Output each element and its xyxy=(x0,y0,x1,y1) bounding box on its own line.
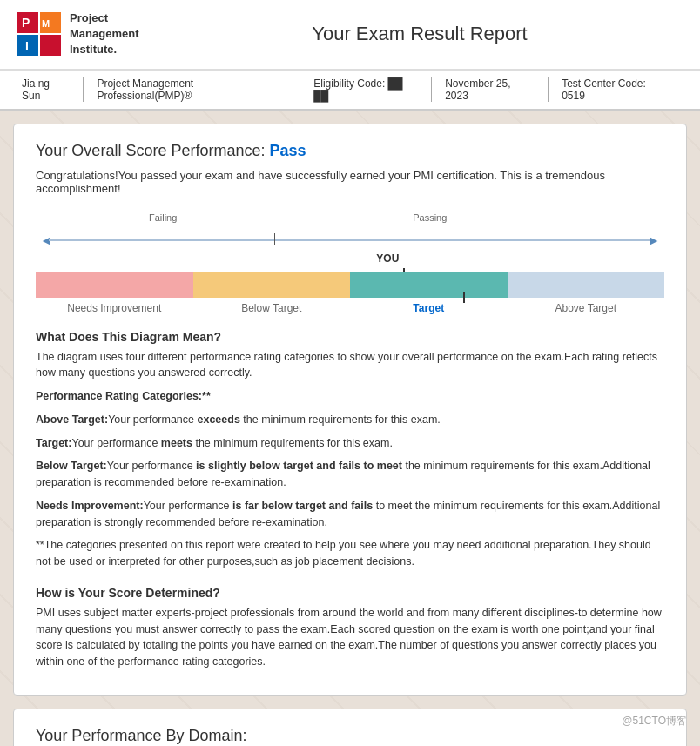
what-diagram-title: What Does This Diagram Mean? xyxy=(36,330,664,344)
needs-improvement-desc: Needs Improvement:Your performance is fa… xyxy=(36,498,664,531)
meta-exam: Project Management Professional(PMP)® xyxy=(84,77,300,102)
pass-result: Pass xyxy=(269,142,306,159)
you-marker-row: YOU xyxy=(36,252,664,272)
svg-rect-3 xyxy=(40,35,61,56)
meta-name: Jia ng Sun xyxy=(17,77,84,102)
performance-bar xyxy=(36,272,664,298)
what-diagram-text: The diagram uses four different performa… xyxy=(36,349,664,382)
meta-eligibility: Eligibility Code: ██ ██ xyxy=(300,77,432,102)
scale-container: Failing Passing ◄ ► YOU xyxy=(36,212,664,314)
below-target-desc: Below Target:Your performance is slightl… xyxy=(36,458,664,491)
congratulations-text: Congratulations!You passed your exam and… xyxy=(36,169,664,195)
failing-label: Failing xyxy=(149,212,177,223)
main-content: Your Overall Score Performance: Pass Con… xyxy=(0,111,700,746)
how-score-title: How is Your Score Determined? xyxy=(36,586,664,600)
pmi-logo-icon: P M I xyxy=(17,12,61,56)
watermark: @51CTO博客 xyxy=(622,714,687,729)
page-header: P M I Project Management Institute. Your… xyxy=(0,0,700,70)
rating-categories-title: Performance Rating Categories:** xyxy=(36,388,664,405)
bar-label-above: Above Target xyxy=(508,302,665,314)
svg-text:I: I xyxy=(25,39,29,53)
svg-text:P: P xyxy=(22,16,30,30)
meta-date: November 25, 2023 xyxy=(432,77,549,102)
meta-bar: Jia ng Sun Project Management Profession… xyxy=(0,70,700,111)
below-target-bar xyxy=(193,272,351,298)
needs-improvement-bar xyxy=(36,272,193,298)
passing-label: Passing xyxy=(413,212,447,223)
svg-text:M: M xyxy=(42,18,50,29)
bar-label-below: Below Target xyxy=(193,302,351,314)
arrow-bar: ◄ ► xyxy=(36,232,664,249)
above-target-desc: Above Target:Your performance exceeds th… xyxy=(36,412,664,428)
bar-labels: Needs Improvement Below Target Target Ab… xyxy=(36,302,664,314)
overall-title: Your Overall Score Performance: Pass xyxy=(36,142,664,160)
arrow-line xyxy=(49,239,651,241)
above-target-bar xyxy=(508,272,665,298)
overall-score-card: Your Overall Score Performance: Pass Con… xyxy=(13,124,687,696)
scale-top-labels: Failing Passing xyxy=(36,212,664,230)
how-score-text: PMI uses subject matter experts-project … xyxy=(36,605,664,670)
bar-label-needs: Needs Improvement xyxy=(36,302,193,314)
footnote-text: **The categories presented on this repor… xyxy=(36,537,664,570)
target-desc: Target:Your performance meets the minimu… xyxy=(36,435,664,452)
logo-area: P M I Project Management Institute. xyxy=(17,10,157,58)
domain-title: Your Performance By Domain: xyxy=(36,727,664,745)
page-title: Your Exam Result Report xyxy=(157,23,683,45)
domain-performance-card: Your Performance By Domain: Using the sa… xyxy=(13,709,687,746)
target-bar xyxy=(350,272,508,298)
bar-label-target: Target xyxy=(350,302,508,314)
arrow-right-icon: ► xyxy=(648,233,660,247)
logo-text: Project Management Institute. xyxy=(70,10,138,58)
you-label: YOU xyxy=(376,252,399,265)
target-marker xyxy=(463,292,465,303)
meta-test-center: Test Center Code: 0519 xyxy=(549,77,683,102)
midpoint-tick xyxy=(274,233,275,245)
